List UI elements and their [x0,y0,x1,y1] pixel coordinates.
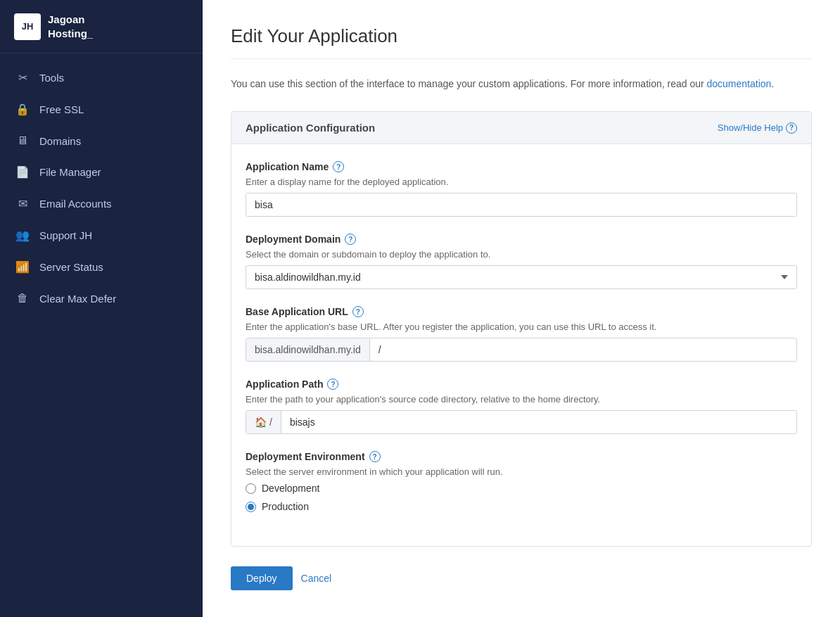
sidebar-item-label-free-ssl: Free SSL [39,103,84,115]
sidebar-item-label-email-accounts: Email Accounts [39,198,112,210]
deployment-env-hint: Select the server environment in which y… [246,466,797,477]
cancel-button[interactable]: Cancel [301,566,332,590]
sidebar-item-label-clear-max-defer: Clear Max Defer [39,293,116,305]
app-name-input[interactable] [246,193,797,217]
card-header: Application Configuration Show/Hide Help… [231,112,811,144]
sidebar-logo: JH Jagoan Hosting_ [0,0,203,53]
deployment-env-help-icon[interactable]: ? [369,451,381,462]
radio-label-text-production: Production [262,501,309,512]
card-title: Application Configuration [246,122,375,134]
domains-icon: 🖥 [15,134,30,147]
radio-development[interactable] [246,483,256,494]
clear-max-defer-icon: 🗑 [15,292,30,305]
app-name-group: Application Name ? Enter a display name … [246,161,797,217]
sidebar-item-label-file-manager: File Manager [39,166,101,178]
sidebar-item-clear-max-defer[interactable]: 🗑 Clear Max Defer [0,283,203,314]
page-title: Edit Your Application [231,25,812,47]
deployment-domain-group: Deployment Domain ? Select the domain or… [246,234,797,289]
sidebar-item-tools[interactable]: ✂ Tools [0,62,203,94]
radio-label-production[interactable]: Production [246,501,797,512]
base-url-group: Base Application URL ? Enter the applica… [246,306,797,362]
logo-text: Jagoan Hosting_ [48,13,93,40]
sidebar-item-file-manager[interactable]: 📄 File Manager [0,156,203,188]
server-status-icon: 📶 [15,260,30,274]
sidebar-item-email-accounts[interactable]: ✉ Email Accounts [0,188,203,220]
support-jh-icon: 👥 [15,229,30,242]
sidebar-item-label-support-jh: Support JH [39,229,92,241]
email-accounts-icon: ✉ [15,197,30,210]
app-config-card: Application Configuration Show/Hide Help… [231,111,812,547]
sidebar-item-support-jh[interactable]: 👥 Support JH [0,220,203,251]
radio-label-development[interactable]: Development [246,483,797,494]
file-manager-icon: 📄 [15,165,30,179]
sidebar-item-label-server-status: Server Status [39,261,103,273]
app-name-hint: Enter a display name for the deployed ap… [246,177,797,187]
deployment-domain-help-icon[interactable]: ? [345,234,356,245]
help-circle-icon: ? [786,122,797,134]
base-url-prefix: bisa.aldinowildhan.my.id [246,338,370,361]
card-body: Application Name ? Enter a display name … [231,144,811,546]
doc-link[interactable]: documentation [707,78,772,89]
main-content: Edit Your Application You can use this s… [203,0,840,617]
radio-production[interactable] [246,502,256,512]
app-path-label: Application Path ? [246,379,797,390]
deployment-env-radio-group: DevelopmentProduction [246,483,797,512]
deployment-domain-hint: Select the domain or subdomain to deploy… [246,249,797,260]
logo-box: JH [14,13,41,40]
deployment-env-label: Deployment Environment ? [246,451,797,462]
app-path-help-icon[interactable]: ? [327,379,338,390]
sidebar-item-free-ssl[interactable]: 🔒 Free SSL [0,94,203,125]
base-url-help-icon[interactable]: ? [352,306,364,317]
app-name-label: Application Name ? [246,161,797,172]
free-ssl-icon: 🔒 [15,103,30,116]
page-description: You can use this section of the interfac… [231,76,812,91]
sidebar-item-label-tools: Tools [39,72,64,84]
tools-icon: ✂ [15,71,30,84]
sidebar-item-domains[interactable]: 🖥 Domains [0,125,203,156]
title-divider [231,58,812,59]
base-url-input-group: bisa.aldinowildhan.my.id [246,338,797,362]
deploy-button[interactable]: Deploy [231,566,293,590]
base-url-input[interactable] [370,338,796,361]
app-name-help-icon[interactable]: ? [333,161,344,172]
home-icon: 🏠 [255,416,267,428]
deployment-env-group: Deployment Environment ? Select the serv… [246,451,797,512]
deployment-domain-label: Deployment Domain ? [246,234,797,245]
app-path-prefix: 🏠 / [246,411,281,433]
app-path-input[interactable] [281,411,796,433]
base-url-hint: Enter the application's base URL. After … [246,322,797,332]
sidebar: JH Jagoan Hosting_ ✂ Tools 🔒 Free SSL 🖥 … [0,0,203,617]
radio-label-text-development: Development [262,483,320,494]
show-hide-help-link[interactable]: Show/Hide Help ? [718,122,797,134]
action-buttons: Deploy Cancel [231,564,812,590]
deployment-domain-select[interactable]: bisa.aldinowildhan.my.id [246,265,797,289]
logo-initials: JH [22,21,34,32]
app-path-input-group: 🏠 / [246,410,797,434]
app-path-hint: Enter the path to your application's sou… [246,394,797,405]
base-url-label: Base Application URL ? [246,306,797,317]
app-path-group: Application Path ? Enter the path to you… [246,379,797,434]
sidebar-nav: ✂ Tools 🔒 Free SSL 🖥 Domains 📄 File Mana… [0,53,203,322]
sidebar-item-server-status[interactable]: 📶 Server Status [0,251,203,283]
sidebar-item-label-domains: Domains [39,135,81,147]
